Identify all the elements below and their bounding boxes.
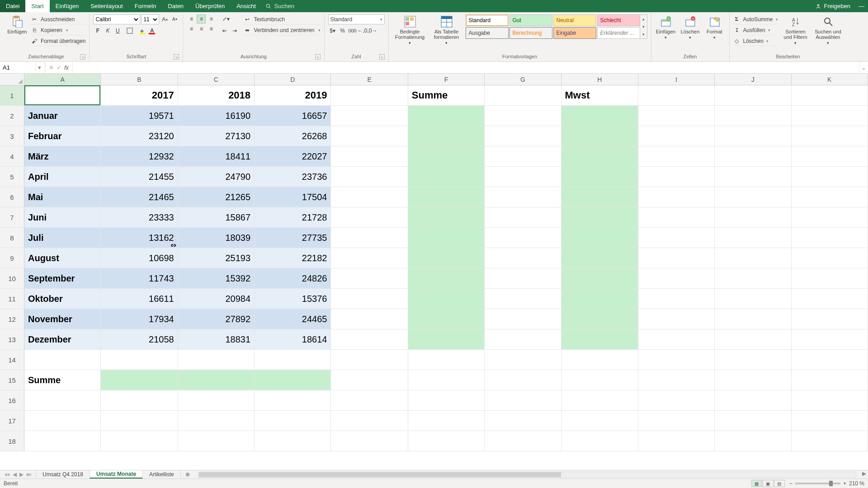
tab-review[interactable]: Überprüfen bbox=[189, 0, 231, 12]
expand-formula-bar[interactable]: ⌄ bbox=[859, 62, 868, 73]
cell-C3[interactable]: 27130 bbox=[178, 126, 255, 146]
cell-I16[interactable] bbox=[638, 390, 715, 410]
paste-button[interactable]: Einfügen bbox=[6, 14, 28, 34]
cell-H5[interactable] bbox=[561, 167, 638, 187]
tab-insert[interactable]: Einfügen bbox=[50, 0, 85, 12]
cell-D15[interactable] bbox=[255, 370, 331, 390]
cell-F6[interactable] bbox=[408, 187, 485, 207]
cell-I5[interactable] bbox=[638, 167, 715, 187]
row-header-16[interactable]: 16 bbox=[0, 390, 24, 411]
cell-B17[interactable] bbox=[101, 411, 178, 431]
cell-C5[interactable]: 24790 bbox=[178, 167, 255, 187]
dialog-launcher[interactable]: ↘ bbox=[315, 54, 321, 60]
sheet-tab-umsatz-monate[interactable]: Umsatz Monate bbox=[90, 470, 143, 479]
zoom-value[interactable]: 210 % bbox=[849, 480, 864, 487]
italic-button[interactable]: K bbox=[103, 26, 112, 35]
row-header-15[interactable]: 15 bbox=[0, 370, 24, 390]
cell-E5[interactable] bbox=[331, 167, 408, 187]
style-erklrender[interactable]: Erklärender ... bbox=[597, 27, 640, 39]
cell-J18[interactable] bbox=[715, 431, 791, 451]
cell-K13[interactable] bbox=[792, 329, 868, 349]
fx-button[interactable]: fx bbox=[64, 64, 69, 71]
align-bottom[interactable]: ≡ bbox=[207, 14, 216, 23]
col-header-H[interactable]: H bbox=[561, 74, 638, 85]
cell-G10[interactable] bbox=[485, 268, 561, 288]
name-box-dropdown[interactable]: ▾ bbox=[35, 62, 43, 73]
cells-area[interactable]: 201720182019SummeMwstJanuar1957116190166… bbox=[24, 85, 868, 470]
cell-B2[interactable]: 19571 bbox=[101, 106, 178, 126]
tab-file[interactable]: Datei bbox=[0, 0, 25, 12]
dec-decimal[interactable]: ,0→ bbox=[368, 26, 377, 35]
cell-J13[interactable] bbox=[715, 329, 791, 349]
cell-E3[interactable] bbox=[331, 126, 408, 146]
col-header-I[interactable]: I bbox=[638, 74, 715, 85]
align-left[interactable]: ≡ bbox=[187, 24, 196, 33]
shrink-font-button[interactable]: A▾ bbox=[170, 14, 179, 23]
cell-F5[interactable] bbox=[408, 167, 485, 187]
cell-D8[interactable]: 27735 bbox=[255, 228, 331, 248]
accounting-button[interactable]: $▾ bbox=[328, 26, 337, 35]
fill-color-button[interactable] bbox=[137, 26, 146, 35]
cell-D5[interactable]: 23736 bbox=[255, 167, 331, 187]
row-header-11[interactable]: 11 bbox=[0, 289, 24, 309]
cell-I15[interactable] bbox=[638, 370, 715, 390]
cell-F11[interactable] bbox=[408, 289, 485, 309]
cell-K17[interactable] bbox=[792, 411, 868, 431]
style-ausgabe[interactable]: Ausgabe bbox=[466, 27, 509, 39]
cell-J17[interactable] bbox=[715, 411, 791, 431]
cell-H6[interactable] bbox=[561, 187, 638, 207]
cell-E17[interactable] bbox=[331, 411, 408, 431]
cell-C1[interactable]: 2018 bbox=[178, 85, 255, 105]
dialog-launcher[interactable]: ↘ bbox=[379, 54, 385, 60]
cell-I7[interactable] bbox=[638, 207, 715, 227]
cell-K12[interactable] bbox=[792, 309, 868, 329]
cell-J7[interactable] bbox=[715, 207, 791, 227]
cell-styles-gallery[interactable]: StandardGutNeutralSchlechtAusgabeBerechn… bbox=[466, 14, 640, 39]
underline-button[interactable]: U bbox=[113, 26, 122, 35]
cell-D16[interactable] bbox=[255, 390, 331, 410]
col-header-D[interactable]: D bbox=[255, 74, 331, 85]
cell-G17[interactable] bbox=[485, 411, 561, 431]
cell-G4[interactable] bbox=[485, 146, 561, 166]
row-header-9[interactable]: 9 bbox=[0, 248, 24, 268]
cell-H15[interactable] bbox=[561, 370, 638, 390]
cell-H14[interactable] bbox=[561, 350, 638, 370]
cell-A2[interactable]: Januar bbox=[24, 106, 101, 126]
row-header-7[interactable]: 7 bbox=[0, 207, 24, 228]
indent-inc[interactable]: ⇥ bbox=[230, 26, 239, 35]
select-all-corner[interactable] bbox=[0, 74, 24, 85]
cell-B10[interactable]: 11743 bbox=[101, 268, 178, 288]
tab-layout[interactable]: Seitenlayout bbox=[85, 0, 129, 12]
cell-G18[interactable] bbox=[485, 431, 561, 451]
cell-C9[interactable]: 25193 bbox=[178, 248, 255, 268]
cell-F15[interactable] bbox=[408, 370, 485, 390]
cell-K9[interactable] bbox=[792, 248, 868, 268]
share-button[interactable]: Freigeben bbox=[815, 3, 850, 9]
cell-G16[interactable] bbox=[485, 390, 561, 410]
zoom-slider[interactable] bbox=[795, 483, 840, 484]
cell-I8[interactable] bbox=[638, 228, 715, 248]
cell-H2[interactable] bbox=[561, 106, 638, 126]
cell-K8[interactable] bbox=[792, 228, 868, 248]
cell-A5[interactable]: April bbox=[24, 167, 101, 187]
cell-E12[interactable] bbox=[331, 309, 408, 329]
cell-E7[interactable] bbox=[331, 207, 408, 227]
cell-A17[interactable] bbox=[24, 411, 101, 431]
cell-G6[interactable] bbox=[485, 187, 561, 207]
zoom-in[interactable]: + bbox=[843, 480, 846, 487]
cell-E10[interactable] bbox=[331, 268, 408, 288]
autosum-button[interactable]: ΣAutoSumme▾ bbox=[733, 14, 778, 24]
cell-G7[interactable] bbox=[485, 207, 561, 227]
cell-I18[interactable] bbox=[638, 431, 715, 451]
cell-F13[interactable] bbox=[408, 329, 485, 349]
row-header-13[interactable]: 13 bbox=[0, 329, 24, 350]
cell-A18[interactable] bbox=[24, 431, 101, 451]
cell-H10[interactable] bbox=[561, 268, 638, 288]
cell-K10[interactable] bbox=[792, 268, 868, 288]
row-header-8[interactable]: 8 bbox=[0, 228, 24, 248]
cell-C2[interactable]: 16190 bbox=[178, 106, 255, 126]
cell-A10[interactable]: September bbox=[24, 268, 101, 288]
view-switcher[interactable]: ▦ ▣ ▤ bbox=[751, 480, 785, 487]
cell-E2[interactable] bbox=[331, 106, 408, 126]
row-header-2[interactable]: 2 bbox=[0, 106, 24, 126]
